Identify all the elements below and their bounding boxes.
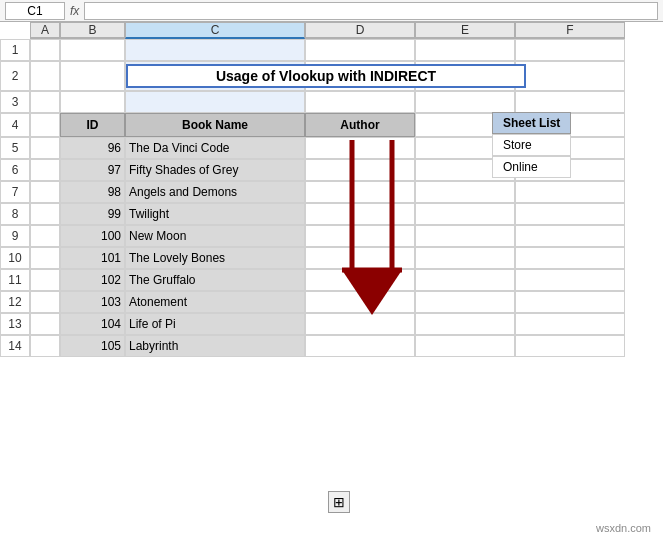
name-box[interactable] bbox=[5, 2, 65, 20]
cell-E14[interactable] bbox=[415, 335, 515, 357]
cell-A2[interactable] bbox=[30, 61, 60, 91]
cell-A14[interactable] bbox=[30, 335, 60, 357]
cell-D11[interactable] bbox=[305, 269, 415, 291]
cell-D7[interactable] bbox=[305, 181, 415, 203]
cell-F8[interactable] bbox=[515, 203, 625, 225]
cell-A12[interactable] bbox=[30, 291, 60, 313]
row-num-7: 7 bbox=[0, 181, 30, 203]
cell-C12[interactable]: Atonement bbox=[125, 291, 305, 313]
cell-B14[interactable]: 105 bbox=[60, 335, 125, 357]
cell-F10[interactable] bbox=[515, 247, 625, 269]
cell-C10[interactable]: The Lovely Bones bbox=[125, 247, 305, 269]
cell-A8[interactable] bbox=[30, 203, 60, 225]
row-num-9: 9 bbox=[0, 225, 30, 247]
cell-B5[interactable]: 96 bbox=[60, 137, 125, 159]
cell-A7[interactable] bbox=[30, 181, 60, 203]
sheet-list-item-store[interactable]: Store bbox=[492, 134, 571, 156]
cell-F1[interactable] bbox=[515, 39, 625, 61]
cell-B9[interactable]: 100 bbox=[60, 225, 125, 247]
cell-F13[interactable] bbox=[515, 313, 625, 335]
title-cell: Usage of Vlookup with INDIRECT bbox=[126, 64, 526, 88]
quick-analysis-icon[interactable]: ⊞ bbox=[328, 491, 350, 513]
cell-A3[interactable] bbox=[30, 91, 60, 113]
cell-C4-bookname[interactable]: Book Name bbox=[125, 113, 305, 137]
cell-D8[interactable] bbox=[305, 203, 415, 225]
cell-A9[interactable] bbox=[30, 225, 60, 247]
grid-row-10: 10 101 The Lovely Bones bbox=[0, 247, 663, 269]
cell-B4-id[interactable]: ID bbox=[60, 113, 125, 137]
cell-D4-author[interactable]: Author bbox=[305, 113, 415, 137]
cell-F2[interactable] bbox=[515, 61, 625, 91]
fx-label: fx bbox=[70, 4, 79, 18]
cell-D1[interactable] bbox=[305, 39, 415, 61]
cell-E12[interactable] bbox=[415, 291, 515, 313]
grid-row-14: 14 105 Labyrinth bbox=[0, 335, 663, 357]
cell-F3[interactable] bbox=[515, 91, 625, 113]
cell-C14[interactable]: Labyrinth bbox=[125, 335, 305, 357]
cell-E8[interactable] bbox=[415, 203, 515, 225]
cell-F11[interactable] bbox=[515, 269, 625, 291]
row-num-3: 3 bbox=[0, 91, 30, 113]
cell-C1[interactable] bbox=[125, 39, 305, 61]
cell-D6[interactable] bbox=[305, 159, 415, 181]
grid-row-1: 1 bbox=[0, 39, 663, 61]
cell-B1[interactable] bbox=[60, 39, 125, 61]
cell-A11[interactable] bbox=[30, 269, 60, 291]
cell-A10[interactable] bbox=[30, 247, 60, 269]
watermark: wsxdn.com bbox=[592, 521, 655, 535]
cell-A1[interactable] bbox=[30, 39, 60, 61]
col-header-E[interactable]: E bbox=[415, 22, 515, 39]
cell-E11[interactable] bbox=[415, 269, 515, 291]
col-header-C[interactable]: C bbox=[125, 22, 305, 39]
cell-C2[interactable]: Usage of Vlookup with INDIRECT bbox=[125, 61, 305, 91]
cell-A13[interactable] bbox=[30, 313, 60, 335]
cell-C13[interactable]: Life of Pi bbox=[125, 313, 305, 335]
col-header-A[interactable]: A bbox=[30, 22, 60, 39]
cell-B11[interactable]: 102 bbox=[60, 269, 125, 291]
cell-D13[interactable] bbox=[305, 313, 415, 335]
cell-E13[interactable] bbox=[415, 313, 515, 335]
cell-B13[interactable]: 104 bbox=[60, 313, 125, 335]
col-header-F[interactable]: F bbox=[515, 22, 625, 39]
cell-A5[interactable] bbox=[30, 137, 60, 159]
cell-F9[interactable] bbox=[515, 225, 625, 247]
cell-A4[interactable] bbox=[30, 113, 60, 137]
formula-input[interactable] bbox=[84, 2, 658, 20]
cell-B10[interactable]: 101 bbox=[60, 247, 125, 269]
cell-B7[interactable]: 98 bbox=[60, 181, 125, 203]
cell-C11[interactable]: The Gruffalo bbox=[125, 269, 305, 291]
sheet-list-container: Sheet List Store Online bbox=[492, 112, 571, 178]
cell-A6[interactable] bbox=[30, 159, 60, 181]
cell-B8[interactable]: 99 bbox=[60, 203, 125, 225]
sheet-list-item-online[interactable]: Online bbox=[492, 156, 571, 178]
cell-B3[interactable] bbox=[60, 91, 125, 113]
cell-E9[interactable] bbox=[415, 225, 515, 247]
cell-B6[interactable]: 97 bbox=[60, 159, 125, 181]
col-header-B[interactable]: B bbox=[60, 22, 125, 39]
cell-E7[interactable] bbox=[415, 181, 515, 203]
cell-D5[interactable] bbox=[305, 137, 415, 159]
cell-E3[interactable] bbox=[415, 91, 515, 113]
grid-row-3: 3 bbox=[0, 91, 663, 113]
cell-E10[interactable] bbox=[415, 247, 515, 269]
cell-C5[interactable]: The Da Vinci Code bbox=[125, 137, 305, 159]
cell-B2[interactable] bbox=[60, 61, 125, 91]
cell-F12[interactable] bbox=[515, 291, 625, 313]
cell-B12[interactable]: 103 bbox=[60, 291, 125, 313]
cell-F7[interactable] bbox=[515, 181, 625, 203]
cell-C3[interactable] bbox=[125, 91, 305, 113]
cell-D12[interactable] bbox=[305, 291, 415, 313]
row-num-14: 14 bbox=[0, 335, 30, 357]
col-header-D[interactable]: D bbox=[305, 22, 415, 39]
cell-C9[interactable]: New Moon bbox=[125, 225, 305, 247]
cell-D10[interactable] bbox=[305, 247, 415, 269]
cell-D9[interactable] bbox=[305, 225, 415, 247]
cell-D3[interactable] bbox=[305, 91, 415, 113]
cell-D14[interactable] bbox=[305, 335, 415, 357]
cell-C8[interactable]: Twilight bbox=[125, 203, 305, 225]
cell-C7[interactable]: Angels and Demons bbox=[125, 181, 305, 203]
column-headers: A B C D E F bbox=[30, 22, 663, 39]
cell-C6[interactable]: Fifty Shades of Grey bbox=[125, 159, 305, 181]
cell-E1[interactable] bbox=[415, 39, 515, 61]
cell-F14[interactable] bbox=[515, 335, 625, 357]
